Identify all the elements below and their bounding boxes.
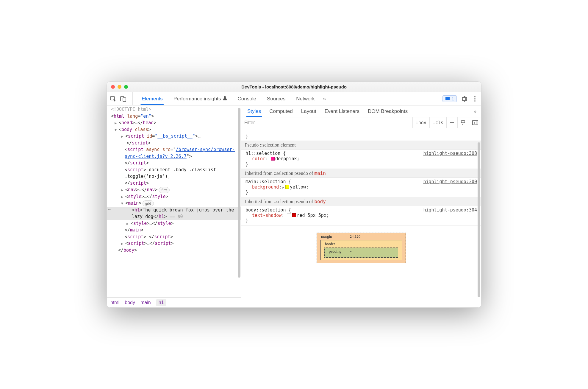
titlebar: DevTools - localhost:8080/demo/highlight… [107, 82, 481, 92]
main-toolbar: Elements Performance insights Console So… [107, 92, 481, 105]
body-open-tag[interactable]: ▼<body class> [109, 126, 241, 133]
style-node[interactable]: ▶<style>…</style> [109, 193, 241, 200]
svg-rect-2 [123, 98, 126, 102]
breadcrumb-item-selected[interactable]: h1 [156, 299, 166, 306]
styles-tabs: Styles Computed Layout Event Listeners D… [241, 105, 481, 117]
rule-source-link[interactable]: highlight-pseudo:300 [423, 179, 477, 184]
svg-rect-7 [473, 121, 478, 125]
experiment-icon [223, 96, 227, 102]
tab-computed[interactable]: Computed [265, 105, 297, 117]
window-title: DevTools - localhost:8080/demo/highlight… [107, 84, 481, 89]
main-split: <!DOCTYPE html> <html lang="en"> ▶<head>… [107, 105, 481, 307]
traffic-lights [111, 85, 128, 89]
svg-point-3 [474, 96, 476, 97]
toggle-hov-button[interactable]: :hov [412, 117, 429, 128]
tab-layout[interactable]: Layout [297, 105, 320, 117]
breadcrumb-item[interactable]: main [140, 300, 151, 305]
styles-section-header: Inherited from ::selection pseudo of mai… [241, 169, 481, 178]
tab-elements[interactable]: Elements [136, 92, 168, 105]
rule-source-link[interactable]: highlight-pseudo:304 [423, 207, 477, 213]
elements-panel: <!DOCTYPE html> <html lang="en"> ▶<head>… [107, 105, 241, 307]
rule-source-link[interactable]: highlight-pseudo:308 [423, 151, 477, 156]
truncated-rule[interactable]: } [241, 128, 481, 141]
styles-section-header: Inherited from ::selection pseudo of bod… [241, 197, 481, 206]
expand-arrow-icon[interactable]: ▶ [121, 241, 125, 246]
expand-arrow-icon[interactable]: ▶ [126, 221, 130, 226]
toggle-cls-button[interactable]: .cls [429, 117, 446, 128]
zoom-window-button[interactable] [124, 85, 128, 89]
inspect-element-icon[interactable] [110, 96, 116, 102]
script-async-node[interactable]: <script async src="/browser-sync/browser… [109, 146, 241, 167]
breadcrumb-item[interactable]: html [110, 300, 119, 305]
paint-brush-icon[interactable] [457, 117, 469, 128]
expand-arrow-icon[interactable]: ▶ [121, 134, 125, 139]
script-node-2[interactable]: ▶<script>…</script> [109, 240, 241, 247]
style-rule[interactable]: highlight-pseudo:308 h1::selection { col… [241, 150, 481, 169]
styles-filter-input[interactable] [241, 117, 412, 128]
main-close-tag[interactable]: </main> [109, 227, 241, 234]
flex-badge[interactable]: flex [159, 187, 170, 193]
settings-icon[interactable] [461, 96, 467, 102]
breadcrumb-item[interactable]: body [125, 300, 135, 305]
styles-content[interactable]: } Pseudo ::selection element highlight-p… [241, 128, 481, 307]
styles-tabs-overflow[interactable]: » [470, 105, 481, 117]
script-bs-node[interactable]: ▶<script id="__bs_script__">… </script> [109, 133, 241, 146]
collapse-arrow-icon[interactable]: ▼ [121, 201, 125, 206]
nav-node[interactable]: ▶<nav>…</nav>flex [109, 186, 241, 193]
panel-tabs: Elements Performance insights Console So… [136, 92, 442, 105]
kebab-menu-icon[interactable] [472, 96, 478, 102]
styles-panel: Styles Computed Layout Event Listeners D… [241, 105, 481, 307]
minimize-window-button[interactable] [118, 85, 121, 89]
tab-dom-breakpoints[interactable]: DOM Breakpoints [364, 105, 412, 117]
empty-script-node[interactable]: <script> </script> [109, 234, 241, 240]
style-rule[interactable]: highlight-pseudo:304 body::selection { t… [241, 206, 481, 225]
issues-badge[interactable]: 1 [442, 95, 457, 102]
selected-dom-node[interactable]: ⋯ <h1>The quick brown fox jumps over the… [107, 207, 241, 220]
doctype-line[interactable]: <!DOCTYPE html> [109, 106, 241, 113]
styles-filter-bar: :hov .cls [241, 117, 481, 128]
box-model[interactable]: margin24.120 border- padding- [241, 225, 481, 263]
expand-arrow-icon[interactable]: ▶ [121, 194, 125, 200]
shadow-editor-icon[interactable] [287, 214, 291, 217]
script-inline-node[interactable]: <script> document .body .classList .togg… [109, 167, 241, 187]
computed-sidebar-toggle-icon[interactable] [469, 117, 481, 128]
styles-section-header: Pseudo ::selection element [241, 141, 481, 150]
svg-point-4 [474, 98, 476, 99]
color-swatch-icon[interactable] [285, 185, 289, 189]
tab-sources[interactable]: Sources [262, 92, 291, 105]
tab-performance-insights[interactable]: Performance insights [168, 92, 232, 105]
close-window-button[interactable] [111, 85, 115, 89]
head-node[interactable]: ▶<head>…</head> [109, 119, 241, 126]
scrollbar-thumb[interactable] [238, 108, 240, 278]
devtools-window: DevTools - localhost:8080/demo/highlight… [107, 81, 481, 308]
grid-badge[interactable]: grid [143, 200, 154, 206]
body-close-tag[interactable]: </body> [109, 247, 241, 254]
tab-network[interactable]: Network [291, 92, 320, 105]
expand-arrow-icon[interactable]: ▶ [282, 186, 284, 189]
tab-event-listeners[interactable]: Event Listeners [320, 105, 364, 117]
style-rule[interactable]: highlight-pseudo:300 main::selection { b… [241, 178, 481, 197]
color-swatch-icon[interactable] [292, 213, 296, 217]
tab-console[interactable]: Console [232, 92, 262, 105]
device-toggle-icon[interactable] [120, 96, 126, 102]
svg-point-5 [474, 100, 476, 102]
color-swatch-icon[interactable] [271, 157, 275, 161]
main-open-tag[interactable]: ▼<main>grid [109, 200, 241, 207]
tab-styles[interactable]: Styles [243, 105, 265, 117]
new-style-rule-icon[interactable] [446, 117, 457, 128]
breadcrumb: html body main h1 [107, 297, 241, 307]
tabs-overflow[interactable]: » [320, 92, 329, 105]
scrollbar-thumb[interactable] [478, 142, 480, 297]
expand-arrow-icon[interactable]: ▶ [115, 120, 118, 126]
issues-count: 1 [452, 96, 454, 101]
style-node-2[interactable]: ▶<style>…</style> [109, 220, 241, 227]
collapse-arrow-icon[interactable]: ▼ [115, 127, 118, 133]
html-open-tag[interactable]: <html lang="en"> [109, 113, 241, 120]
dom-tree[interactable]: <!DOCTYPE html> <html lang="en"> ▶<head>… [107, 105, 241, 297]
more-actions-icon[interactable]: ⋯ [107, 207, 113, 212]
svg-rect-6 [461, 121, 465, 123]
expand-arrow-icon[interactable]: ▶ [121, 187, 125, 193]
message-icon [445, 97, 450, 101]
